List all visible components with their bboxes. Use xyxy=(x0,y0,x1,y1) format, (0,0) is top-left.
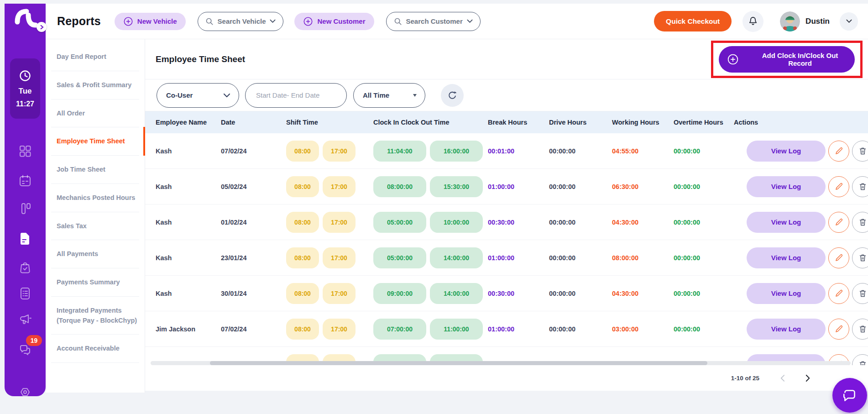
next-page-button[interactable] xyxy=(801,372,814,384)
shift-start-chip: 08:00 xyxy=(286,283,319,304)
delete-button[interactable] xyxy=(852,247,868,268)
new-vehicle-button[interactable]: New Vehicle xyxy=(115,13,186,30)
table-row: Kash 01/02/24 08:00 17:00 05:00:00 10:00… xyxy=(145,204,868,240)
search-customer-dropdown[interactable]: Search Customer xyxy=(386,12,481,31)
working-hours-cell: 04:55:00 xyxy=(612,147,674,155)
sidebar-item[interactable]: Sales & Profit Summary xyxy=(51,71,139,100)
chevron-right-icon xyxy=(805,374,810,382)
clock-in-chip: 05:00:00 xyxy=(373,212,426,233)
view-log-button[interactable]: View Log xyxy=(747,141,826,162)
view-log-button[interactable]: View Log xyxy=(747,247,826,268)
scrollbar-thumb[interactable] xyxy=(210,361,707,365)
add-clock-record-button[interactable]: Add Clock In/Clock Out Record xyxy=(719,46,855,73)
sidebar-collapse-toggle[interactable] xyxy=(37,22,47,32)
shift-end-chip: 17:00 xyxy=(323,141,356,162)
delete-button[interactable] xyxy=(852,176,868,197)
view-log-button[interactable]: View Log xyxy=(747,283,826,304)
sidebar-item[interactable]: Mechanics Posted Hours xyxy=(51,184,139,212)
sidebar-item[interactable]: Day End Report xyxy=(51,43,139,71)
edit-button[interactable] xyxy=(828,141,849,162)
calendar-icon[interactable] xyxy=(18,174,32,188)
actions-cell: View Log xyxy=(734,319,868,340)
support-chat-fab[interactable] xyxy=(832,378,867,413)
sidebar-item[interactable]: Payments Summary xyxy=(51,268,139,297)
section-title: Employee Time Sheet xyxy=(156,54,245,64)
new-customer-button[interactable]: New Customer xyxy=(294,13,374,30)
date-cell: 23/01/24 xyxy=(221,254,286,262)
new-customer-label: New Customer xyxy=(317,17,365,25)
actions-cell: View Log xyxy=(734,247,868,268)
pagination-bar: 1-10 of 25 xyxy=(145,365,868,391)
sidebar-item[interactable]: Employee Time Sheet xyxy=(51,127,139,156)
sidebar-item-label: All Payments xyxy=(57,250,98,257)
break-hours-cell: 00:30:00 xyxy=(488,290,549,297)
trash-icon xyxy=(858,324,868,334)
edit-button[interactable] xyxy=(828,319,849,340)
delete-button[interactable] xyxy=(852,283,868,304)
clock-out-chip: 11:00:00 xyxy=(430,319,483,340)
working-hours-cell: 03:00:00 xyxy=(612,325,674,333)
megaphone-icon[interactable] xyxy=(18,312,32,326)
horizontal-scrollbar[interactable] xyxy=(151,361,851,365)
trash-icon xyxy=(858,360,868,365)
overtime-hours-cell: 00:00:00 xyxy=(674,183,734,190)
clock-in-out-cell: 08:00:00 15:30:00 xyxy=(373,176,488,197)
time-clock-widget[interactable]: Tue 11:27 xyxy=(10,58,40,119)
invoice-list-icon[interactable] xyxy=(18,287,32,300)
co-user-dropdown[interactable]: Co-User xyxy=(157,83,239,108)
shop-bag-icon[interactable] xyxy=(18,260,32,274)
view-log-button[interactable]: View Log xyxy=(747,319,826,340)
view-log-button[interactable]: View Log xyxy=(747,176,826,197)
search-icon xyxy=(205,17,214,26)
previous-page-button[interactable] xyxy=(776,372,789,384)
sidebar-item-label: Employee Time Sheet xyxy=(57,137,125,145)
chat-badge: 19 xyxy=(26,335,42,346)
trash-icon xyxy=(858,253,868,262)
refresh-icon xyxy=(447,90,458,101)
edit-button[interactable] xyxy=(828,212,849,233)
quick-checkout-button[interactable]: Quick Checkout xyxy=(654,11,732,31)
overtime-hours-cell: 00:00:00 xyxy=(674,147,734,155)
search-vehicle-dropdown[interactable]: Search Vehicle xyxy=(198,12,284,31)
chevron-down-icon xyxy=(467,19,473,23)
overtime-hours-cell: 00:00:00 xyxy=(674,219,734,226)
sidebar-item[interactable]: All Payments xyxy=(51,240,139,268)
date-range-input[interactable] xyxy=(255,91,337,100)
notifications-button[interactable] xyxy=(743,11,763,32)
kanban-icon[interactable] xyxy=(18,202,32,215)
table-row: Kash 07/02/24 08:00 17:00 11:04:00 16:00… xyxy=(145,133,868,169)
delete-button[interactable] xyxy=(852,354,868,366)
user-avatar[interactable] xyxy=(780,11,800,31)
shift-start-chip: 08:00 xyxy=(286,141,319,162)
col-clock-in-out: Clock In Clock Out Time xyxy=(373,119,488,126)
sidebar-item[interactable]: Job Time Sheet xyxy=(51,156,139,184)
delete-button[interactable] xyxy=(852,212,868,233)
sidebar-item[interactable]: Sales Tax xyxy=(51,212,139,241)
time-range-select[interactable]: All Time xyxy=(353,83,425,108)
dashboard-icon[interactable] xyxy=(18,144,32,158)
sidebar-item[interactable]: All Order xyxy=(51,100,139,128)
edit-button[interactable] xyxy=(828,247,849,268)
user-menu-caret[interactable] xyxy=(840,12,858,31)
sidebar-item[interactable]: Integrated Payments (Torque Pay - BlockC… xyxy=(51,297,139,335)
col-working-hours: Working Hours xyxy=(612,119,674,126)
settings-gear-icon[interactable] xyxy=(18,385,32,399)
edit-button[interactable] xyxy=(828,176,849,197)
edit-button[interactable] xyxy=(828,283,849,304)
reports-icon[interactable] xyxy=(18,232,32,246)
date-cell: 07/02/24 xyxy=(221,147,286,155)
search-icon xyxy=(394,17,402,26)
date-range-field[interactable] xyxy=(245,83,347,108)
clock-day: Tue xyxy=(19,87,32,96)
delete-button[interactable] xyxy=(852,141,868,162)
page-title: Reports xyxy=(57,15,101,28)
sidebar-item-label: Day End Report xyxy=(57,53,106,60)
refresh-button[interactable] xyxy=(441,84,464,107)
delete-button[interactable] xyxy=(852,319,868,340)
view-log-button[interactable]: View Log xyxy=(747,212,826,233)
sidebar-item[interactable]: Account Receivable xyxy=(51,335,139,363)
clock-in-out-cell: 05:00:00 10:00:00 xyxy=(373,212,488,233)
clock-in-out-cell: 09:00:00 14:00:00 xyxy=(373,283,488,304)
drive-hours-cell: 00:00:00 xyxy=(549,290,612,297)
shift-time-cell: 08:00 17:00 xyxy=(286,283,373,304)
